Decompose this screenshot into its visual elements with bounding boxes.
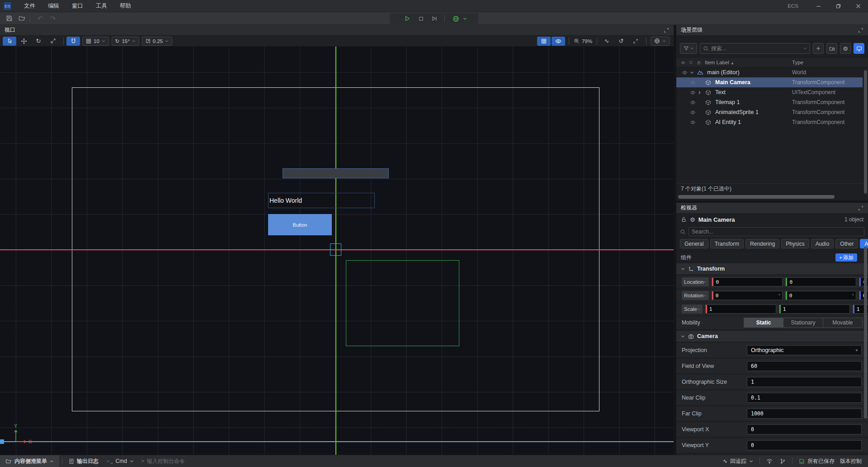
rotation-y-field[interactable]: ° (785, 291, 856, 300)
redo-icon[interactable]: ↷ (47, 14, 58, 24)
rotation-dropdown[interactable]: Rotation (682, 291, 709, 300)
close-button[interactable] (848, 0, 868, 12)
near-clip-field[interactable] (747, 395, 861, 401)
hierarchy-row-ai-entity[interactable]: AI Entity 1 TransformComponent (676, 117, 868, 127)
viewport-expand-icon[interactable] (664, 28, 669, 33)
chevron-down-icon[interactable] (690, 71, 697, 74)
tab-physics[interactable]: Physics (781, 239, 809, 248)
column-item-label[interactable]: Item Label ▲ (701, 60, 734, 65)
rotation-x-field[interactable]: ° (712, 291, 783, 300)
hierarchy-hscrollbar[interactable] (678, 195, 861, 199)
location-y-field[interactable] (785, 277, 856, 286)
scale-y-field[interactable] (779, 305, 850, 314)
menu-window[interactable]: 窗口 (67, 1, 88, 11)
eye-icon[interactable] (682, 70, 690, 76)
move-tool[interactable] (17, 37, 31, 46)
new-folder-button[interactable] (826, 43, 837, 54)
eye-icon[interactable] (690, 110, 698, 115)
scale-snap-dropdown[interactable]: 0.25 (142, 37, 172, 46)
output-log-button[interactable]: 输出日志 (65, 457, 102, 465)
viewport-world-dropdown[interactable] (651, 37, 670, 46)
rotation-snap-dropdown[interactable]: ↻ 15° (112, 37, 139, 46)
undo-icon[interactable]: ↶ (35, 14, 46, 24)
inspector-search-input[interactable] (692, 229, 861, 235)
minimize-button[interactable] (808, 0, 828, 12)
zoom-indicator[interactable]: 79% (574, 38, 592, 44)
hierarchy-settings-button[interactable]: ⚙ (840, 43, 851, 54)
eye-icon[interactable] (690, 100, 698, 105)
hierarchy-row-animatedsprite[interactable]: AnimatedSprite 1 TransformComponent (676, 107, 868, 117)
hierarchy-row-main[interactable]: main (Editor) World (676, 67, 868, 77)
inspector-expand-icon[interactable] (858, 205, 863, 211)
column-type[interactable]: Type (792, 60, 803, 65)
fov-field[interactable] (747, 363, 861, 369)
version-control-button[interactable]: 版本控制 (836, 457, 868, 465)
hierarchy-row-text[interactable]: Text UITextComponent (676, 87, 868, 97)
visibility-toggle[interactable] (552, 37, 565, 46)
play-button[interactable] (402, 14, 413, 24)
tab-general[interactable]: General (680, 239, 708, 248)
menu-edit[interactable]: 编辑 (43, 1, 64, 11)
mobility-stationary[interactable]: Stationary (783, 318, 823, 327)
hierarchy-row-main-camera[interactable]: Main Camera TransformComponent (676, 77, 863, 87)
hierarchy-search[interactable] (700, 43, 810, 54)
tab-transform[interactable]: Transform (710, 239, 744, 248)
screen-view-button[interactable] (854, 43, 864, 54)
location-dropdown[interactable]: Location (682, 277, 709, 286)
button-widget[interactable]: Button (268, 214, 332, 235)
hierarchy-vscrollbar[interactable] (864, 70, 867, 194)
projection-select[interactable]: Orthographic ▼ (747, 345, 862, 355)
trace-dropdown[interactable]: ∿ 回追踪 (719, 457, 757, 465)
viewport-y-field[interactable] (747, 442, 861, 448)
add-entity-button[interactable] (813, 43, 824, 54)
panel-widget[interactable] (283, 168, 389, 178)
hierarchy-expand-icon[interactable] (858, 28, 863, 33)
object-settings-icon[interactable]: ⚙ (690, 216, 695, 223)
step-button[interactable] (429, 14, 440, 24)
camera-section-header[interactable]: Camera (676, 331, 868, 342)
origin-selection-square[interactable] (330, 243, 341, 256)
scene-canvas[interactable]: Hello World Button Y X (0, 47, 674, 455)
visibility-column-icon[interactable] (681, 60, 685, 66)
tab-audio[interactable]: Audio (811, 239, 834, 248)
transform-section-header[interactable]: Transform (676, 263, 868, 274)
app-logo[interactable]: ES (4, 2, 11, 10)
inspector-vscrollbar[interactable] (864, 247, 867, 419)
hierarchy-row-tilemap[interactable]: Tilemap 1 TransformComponent (676, 97, 868, 107)
lock-column-icon[interactable] (697, 60, 701, 66)
world-chevron-icon[interactable] (463, 17, 467, 20)
favorite-column-icon[interactable]: ☆ (689, 60, 693, 66)
menu-tools[interactable]: 工具 (91, 1, 112, 11)
tab-other[interactable]: Other (835, 239, 858, 248)
add-component-button[interactable]: +添加 (835, 253, 857, 262)
grid-snap-dropdown[interactable]: 10 (82, 37, 109, 46)
select-tool[interactable] (3, 37, 16, 46)
grid-toggle[interactable] (537, 37, 551, 46)
eye-icon[interactable] (690, 90, 698, 95)
expand-view-button[interactable] (629, 37, 642, 46)
console-input[interactable]: > 输入控制台命令 (137, 457, 189, 465)
world-globe-icon[interactable] (450, 14, 461, 24)
hierarchy-search-input[interactable] (711, 45, 801, 52)
save-status[interactable]: 所有已保存 (795, 457, 836, 465)
tab-rendering[interactable]: Rendering (745, 239, 779, 248)
maximize-button[interactable] (828, 0, 848, 12)
content-drawer-button[interactable]: 内容侧滑菜单 (0, 455, 59, 467)
text-widget[interactable]: Hello World (268, 193, 375, 208)
open-folder-icon[interactable] (16, 14, 27, 24)
mobility-static[interactable]: Static (744, 318, 783, 327)
rotate-tool[interactable]: ↻ (32, 37, 45, 46)
location-x-field[interactable] (712, 277, 783, 286)
scale-x-field[interactable] (705, 305, 776, 314)
stop-button[interactable] (415, 14, 426, 24)
mobility-movable[interactable]: Movable (823, 318, 862, 327)
cmd-dropdown[interactable]: ＞_ Cmd (102, 458, 137, 464)
source-control-icon[interactable] (776, 458, 789, 464)
network-status-icon[interactable] (763, 458, 776, 464)
save-icon[interactable] (4, 14, 14, 24)
viewport-x-field[interactable] (747, 426, 861, 433)
reset-view-button[interactable]: ↺ (614, 37, 628, 46)
eye-icon[interactable] (690, 119, 698, 125)
stats-button[interactable]: ∿ (600, 37, 613, 46)
chevron-right-icon[interactable] (698, 91, 705, 95)
